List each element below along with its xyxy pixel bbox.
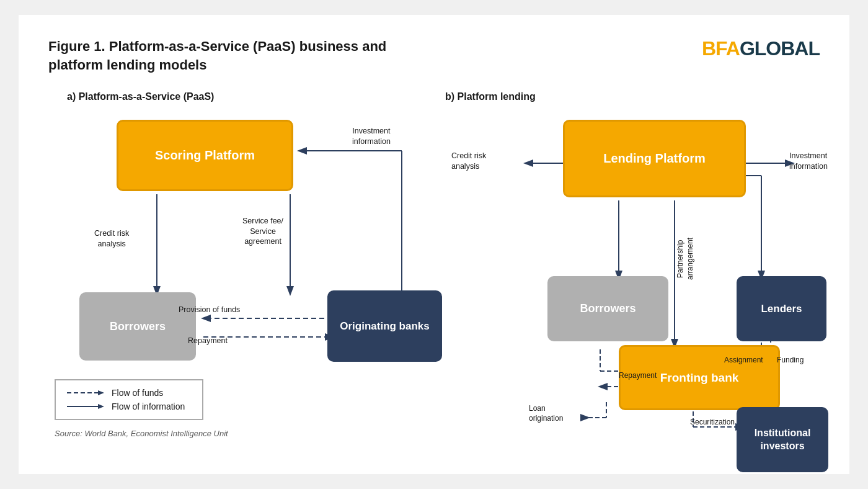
provision-funds-label: Provision of funds — [179, 305, 240, 315]
legend-funds: Flow of funds — [67, 388, 191, 398]
investment-info-label-right: Investmentinformation — [789, 151, 828, 171]
bfa-logo: BFAGLOBAL — [702, 37, 820, 60]
securitization-label: Securitization — [690, 418, 735, 428]
credit-risk-label-right: Credit riskanalysis — [451, 151, 486, 171]
repayment-label-left: Repayment — [188, 336, 228, 346]
global-text: GLOBAL — [740, 37, 820, 60]
credit-risk-label-left: Credit riskanalysis — [94, 228, 129, 249]
right-borrowers-box: Borrowers — [547, 276, 668, 341]
service-fee-label: Service fee/Serviceagreement — [242, 216, 283, 246]
assignment-label: Assignment — [724, 356, 763, 366]
bfa-text: BFA — [702, 37, 740, 60]
left-subtitle: a) Platform-as-a-Service (PaaS) — [67, 91, 414, 102]
scoring-platform-box: Scoring Platform — [117, 120, 293, 191]
investment-info-label-left: Investmentinformation — [352, 126, 391, 146]
legend-info-line — [67, 402, 104, 411]
legend-info: Flow of information — [67, 402, 191, 411]
legend-funds-line — [67, 388, 104, 398]
lending-platform-box: Lending Platform — [563, 120, 746, 197]
main-card: Figure 1. Platform-as-a-Service (PaaS) b… — [19, 15, 849, 474]
figure-title: Figure 1. Platform-as-a-Service (PaaS) b… — [48, 37, 420, 74]
funds-line-svg — [67, 388, 104, 398]
partnership-label: Partnershiparrangement — [676, 238, 695, 280]
header-row: Figure 1. Platform-as-a-Service (PaaS) b… — [48, 37, 820, 74]
left-borrowers-box: Borrowers — [79, 292, 196, 361]
repayment-label-right: Repayment — [619, 371, 657, 381]
diagrams-row: a) Platform-as-a-Service (PaaS) — [48, 91, 820, 438]
institutional-investors-box: Institutional investors — [737, 407, 828, 472]
left-diagram: a) Platform-as-a-Service (PaaS) — [48, 91, 414, 438]
funding-label: Funding — [777, 356, 804, 366]
right-diagram: b) Platform lending — [414, 91, 830, 436]
info-line-svg — [67, 402, 104, 411]
svg-marker-10 — [98, 404, 104, 409]
right-subtitle: b) Platform lending — [445, 91, 830, 102]
lenders-box: Lenders — [737, 276, 826, 341]
left-diagram-inner: Scoring Platform Borrowers Originating b… — [55, 114, 414, 374]
svg-marker-8 — [98, 390, 104, 395]
source-text: Source: World Bank, Economist Intelligen… — [55, 429, 414, 438]
legend: Flow of funds Flow of information — [55, 379, 203, 420]
right-diagram-inner: Lending Platform Borrowers Lenders Front… — [433, 114, 830, 436]
loan-orig-label: Loanorigination — [529, 404, 563, 423]
